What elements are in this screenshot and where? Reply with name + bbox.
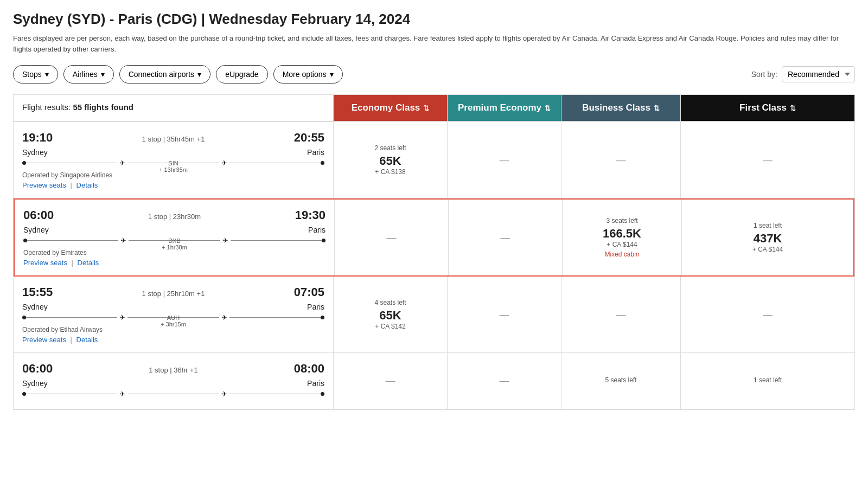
stop-info: 1 stop | 23hr30m — [148, 213, 201, 221]
route-line: Sydney Paris — [23, 226, 326, 234]
preview-seats-link[interactable]: Preview seats — [23, 259, 67, 267]
stopover-duration: + 1hr30m — [162, 244, 187, 251]
stop-info: 1 stop | 35hr45m +1 — [142, 135, 205, 143]
page-subtitle: Fares displayed are per person, each way… — [13, 33, 855, 54]
details-link[interactable]: Details — [76, 181, 98, 189]
preview-seats-link[interactable]: Preview seats — [22, 181, 66, 189]
flight-info-cell: 15:55 1 stop | 25hr10m +1 07:05 Sydney P… — [14, 277, 334, 352]
flight-results-count: 55 flights found — [73, 102, 133, 112]
route-visual: ✈ AUH + 3hr15m ✈ — [22, 313, 324, 322]
plane-icon: ✈ — [120, 236, 126, 245]
premium-economy-header[interactable]: Premium Economy ⇅ — [448, 95, 561, 121]
city-to: Paris — [308, 226, 326, 234]
route-mid: ✈ — [117, 390, 127, 398]
business-dash: — — [616, 309, 626, 320]
depart-time: 15:55 — [22, 285, 53, 299]
city-from: Sydney — [22, 148, 48, 157]
route-line: Sydney Paris — [22, 303, 324, 311]
sort-premium-icon[interactable]: ⇅ — [545, 104, 551, 112]
route-segment-right — [229, 317, 321, 318]
more-options-filter-button[interactable]: More options ▾ — [273, 65, 343, 84]
connection-airports-label: Connection airports — [129, 70, 194, 79]
first-class-label: First Class — [739, 102, 787, 113]
first-fare-cell: — — [681, 277, 854, 352]
economy-fare-cell[interactable]: 4 seats left 65K + CA $142 — [334, 277, 448, 352]
business-seats-left: 5 seats left — [605, 376, 636, 384]
sort-economy-icon[interactable]: ⇅ — [423, 104, 429, 112]
airlines-filter-button[interactable]: Airlines ▾ — [63, 65, 114, 84]
stopover-duration: + 3hr15m — [161, 321, 186, 328]
arrive-time: 07:05 — [294, 285, 324, 299]
airlines-filter-label: Airlines — [73, 70, 98, 79]
business-class-header[interactable]: Business Class ⇅ — [561, 95, 681, 121]
table-row: 06:00 1 stop | 23hr30m 19:30 Sydney Pari… — [14, 198, 854, 277]
plane-icon: ✈ — [119, 390, 125, 398]
sort-first-icon[interactable]: ⇅ — [790, 104, 796, 112]
first-price: 437K — [754, 232, 782, 246]
separator: | — [71, 336, 72, 344]
first-fare-cell[interactable]: 1 seat left 437K + CA $144 — [682, 200, 853, 275]
flight-info-cell: 19:10 1 stop | 35hr45m +1 20:55 Sydney P… — [14, 122, 334, 198]
economy-class-label: Economy Class — [352, 102, 420, 113]
plane-icon-right: ✈ — [221, 390, 227, 398]
flight-results-header: Flight results: 55 flights found — [14, 95, 334, 121]
sort-section: Sort by: Recommended — [751, 66, 855, 82]
economy-fare-cell[interactable]: 2 seats left 65K + CA $138 — [334, 122, 448, 198]
route-mid-right: ✈ — [219, 313, 229, 322]
depart-time: 06:00 — [22, 362, 53, 376]
stop-info: 1 stop | 25hr10m +1 — [142, 290, 205, 298]
separator: | — [72, 259, 73, 267]
plane-icon: ✈ — [119, 159, 125, 167]
premium-economy-label: Premium Economy — [458, 102, 541, 113]
origin-dot — [22, 161, 26, 165]
route-segment-left — [26, 163, 117, 164]
origin-dot — [22, 316, 26, 319]
flight-info-cell: 06:00 1 stop | 36hr +1 08:00 Sydney Pari… — [14, 353, 334, 409]
preview-seats-link[interactable]: Preview seats — [22, 336, 66, 344]
origin-dot — [22, 392, 26, 396]
sort-select[interactable]: Recommended — [782, 66, 855, 82]
premium-dash: — — [501, 232, 510, 243]
filters-bar: Stops ▾ Airlines ▾ Connection airports ▾… — [13, 65, 855, 84]
premium-fare-cell: — — [448, 122, 561, 198]
economy-dash: — — [386, 375, 395, 387]
arrive-time: 08:00 — [294, 362, 324, 376]
flight-results-label: Flight results: — [22, 102, 71, 112]
route-segment-right — [231, 240, 322, 241]
depart-time: 19:10 — [22, 131, 53, 145]
route-mid-right: ✈ — [219, 390, 229, 398]
eupgrade-filter-button[interactable]: eUpgrade — [216, 65, 268, 84]
details-link[interactable]: Details — [78, 259, 99, 267]
details-link[interactable]: Details — [76, 336, 98, 344]
arrive-time: 19:30 — [295, 208, 326, 222]
premium-fare-cell: — — [449, 200, 563, 275]
route-mid-right: ✈ — [220, 236, 231, 245]
city-from: Sydney — [22, 379, 48, 388]
economy-seats-left: 4 seats left — [374, 299, 406, 306]
connection-airports-filter-button[interactable]: Connection airports ▾ — [119, 65, 210, 84]
flights-container: 19:10 1 stop | 35hr45m +1 20:55 Sydney P… — [14, 122, 854, 409]
route-line: Sydney Paris — [22, 148, 324, 157]
separator: | — [71, 181, 72, 189]
first-price-sub: + CA $144 — [752, 246, 783, 253]
business-price-sub: + CA $144 — [607, 241, 637, 248]
chevron-down-icon: ▾ — [101, 70, 105, 79]
first-seats-left: 1 seat left — [754, 376, 782, 384]
route-mid-right: ✈ — [219, 159, 229, 167]
route-segment-left — [26, 317, 117, 318]
stops-filter-button[interactable]: Stops ▾ — [13, 65, 58, 84]
economy-class-header[interactable]: Economy Class ⇅ — [334, 95, 448, 121]
eupgrade-label: eUpgrade — [225, 70, 259, 79]
premium-dash: — — [500, 375, 509, 387]
sort-business-icon[interactable]: ⇅ — [654, 104, 660, 112]
business-fare-cell[interactable]: 3 seats left 166.5K + CA $144 Mixed cabi… — [563, 200, 682, 275]
first-class-header[interactable]: First Class ⇅ — [681, 95, 854, 121]
route-mid: ✈ — [117, 313, 127, 322]
mixed-cabin-label: Mixed cabin — [604, 251, 639, 258]
route-segment-left — [27, 240, 118, 241]
preview-details: Preview seats | Details — [22, 181, 324, 189]
page-title: Sydney (SYD) - Paris (CDG) | Wednesday F… — [13, 11, 855, 28]
route-segment-left — [26, 394, 117, 395]
destination-dot — [322, 239, 326, 242]
first-seats-left: 1 seat left — [754, 222, 782, 229]
